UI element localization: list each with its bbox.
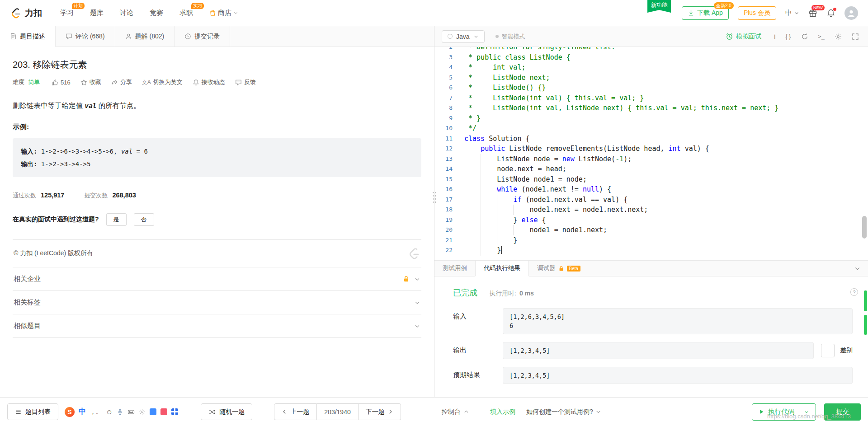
menu-item-learn[interactable]: 学习 计划 [60,9,74,17]
code-lines[interactable]: 2 * Definition for singly-linked list.3 … [434,47,868,256]
random-question-button[interactable]: 随机一题 [201,403,252,420]
line-number: 15 [434,174,464,185]
switch-language-button[interactable]: 文A 切换为英文 [142,78,183,86]
question-counter[interactable]: 203/1940 [317,403,358,420]
code-line[interactable]: 15 ListNode node1 = node; [434,174,868,185]
interview-yes-button[interactable]: 是 [106,213,127,226]
code-editor[interactable]: 2 * Definition for singly-linked list.3 … [434,47,868,260]
language-switcher[interactable]: 中 [785,9,799,17]
mock-interview-button[interactable]: 模拟面试 [726,33,761,41]
share-button[interactable]: 分享 [111,78,132,86]
example-input-value: 1->2->6->3->4->5->6, [37,148,121,155]
code-line[interactable]: 17 if (node1.next.val == val) { [434,195,868,205]
page-scrollbar-thumb[interactable] [864,315,867,335]
console-toggle[interactable]: 控制台 [442,408,469,416]
tab-debugger[interactable]: 调试器 Beta [529,261,589,276]
info-icon[interactable]: i [774,33,775,40]
smart-mode-toggle[interactable]: 智能模式 [495,33,525,41]
code-line[interactable]: 6 * ListNode() {} [434,83,868,93]
ime-keyboard-icon[interactable] [127,408,135,416]
howto-testcase-link[interactable]: 如何创建一个测试用例? [526,408,601,416]
tab-comments[interactable]: 评论 (668) [56,26,115,47]
code-line[interactable]: 19 } else { [434,215,868,225]
translate-icon: 文A [142,79,151,86]
tab-submissions[interactable]: 提交记录 [175,26,230,47]
page-scrollbar-thumb[interactable] [864,290,867,311]
code-line[interactable]: 10 */ [434,123,868,134]
favorite-button[interactable]: 收藏 [80,78,101,86]
user-avatar[interactable] [844,6,858,20]
language-select[interactable]: Java [442,30,485,43]
code-line[interactable]: 5 * ListNode next; [434,73,868,83]
diff-toggle[interactable] [821,344,835,357]
section-label: 相似题目 [14,322,41,330]
terminal-icon[interactable]: >_ [818,33,825,40]
section-similar-problems[interactable]: 相似题目 [13,314,421,338]
new-feature-ribbon[interactable]: 新功能 [647,0,671,13]
code-line[interactable]: 11class Solution { [434,134,868,144]
fill-example-button[interactable]: 填入示例 [490,408,515,416]
code-line[interactable]: 9 * } [434,113,868,124]
settings-gear-icon[interactable] [835,33,842,40]
tab-testcase[interactable]: 测试用例 [434,261,475,276]
code-line[interactable]: 20 node1 = node1.next; [434,225,868,235]
section-related-tags[interactable]: 相关标签 [13,291,421,314]
ime-lang-indicator[interactable]: 中 [79,407,86,417]
download-app-button[interactable]: 下载 App 全新2.0 [682,6,729,20]
menu-item-store[interactable]: 商店 [209,9,238,17]
code-line[interactable]: 14 node.next = head; [434,164,868,174]
code-line[interactable]: 12 public ListNode removeElements(ListNo… [434,144,868,154]
problem-list-button[interactable]: 题目列表 [7,403,58,420]
code-line[interactable]: 4 * int val; [434,62,868,73]
code-line[interactable]: 7 * ListNode(int val) { this.val = val; … [434,93,868,103]
menu-item-jobs[interactable]: 求职 实习 [179,9,193,17]
code-line[interactable]: 2 * Definition for singly-linked list. [434,47,868,52]
sogou-icon[interactable]: S [65,407,75,417]
tab-run-result[interactable]: 代码执行结果 [475,261,529,276]
interview-no-button[interactable]: 否 [134,213,154,226]
feedback-button[interactable]: 反馈 [235,78,256,86]
ime-punctuation-icon[interactable]: ，。 [90,408,102,416]
ime-mic-icon[interactable] [117,408,123,415]
collapse-panel-icon[interactable] [854,265,861,272]
code-line[interactable]: 21 } [434,235,868,246]
diff-label[interactable]: 差别 [840,346,853,355]
section-related-companies[interactable]: 相关企业 [13,267,421,291]
menu-badge-plan: 计划 [72,3,85,9]
format-code-icon[interactable]: { } [785,33,791,40]
ime-tool-icon-2[interactable] [160,408,167,415]
code-line[interactable]: 3 * public class ListNode { [434,52,868,63]
tab-description[interactable]: 题目描述 [0,26,56,47]
submit-button[interactable]: 提交 [824,403,861,421]
code-text: * ListNode(int val, ListNode next) { thi… [464,103,778,113]
reset-code-icon[interactable] [801,33,808,40]
whats-new-button[interactable]: NEW [808,9,817,18]
menu-item-contest[interactable]: 竞赛 [150,9,163,17]
ime-emoji-icon[interactable]: ☺ [106,408,113,416]
next-question-button[interactable]: 下一题 [359,403,401,420]
navbar-right: 新功能 下载 App 全新2.0 Plus 会员 中 NEW [647,0,858,26]
editor-scrollbar[interactable] [862,216,867,239]
tab-solutions[interactable]: 题解 (802) [115,26,175,47]
ime-grid-icon[interactable] [171,408,178,415]
code-line[interactable]: 8 * ListNode(int val, ListNode next) { t… [434,103,868,113]
like-button[interactable]: 516 [52,79,71,86]
leetcode-logo[interactable]: 力扣 [11,7,42,19]
ime-tool-icon-1[interactable] [150,408,156,415]
panel-resize-handle[interactable] [432,191,437,205]
code-line[interactable]: 18 node1.next = node1.next.next; [434,205,868,215]
menu-item-discuss[interactable]: 讨论 [120,9,133,17]
run-code-button[interactable]: 执行代码 [752,403,816,421]
plus-member-button[interactable]: Plus 会员 [738,6,776,20]
ime-settings-icon[interactable] [139,408,146,415]
code-line[interactable]: 22 } [434,245,868,256]
prev-question-button[interactable]: 上一题 [274,403,317,420]
notifications-button[interactable] [826,9,835,18]
help-icon[interactable]: ? [850,288,858,296]
fullscreen-icon[interactable] [852,33,859,40]
list-menu-icon [15,408,22,415]
subscribe-button[interactable]: 接收动态 [193,78,225,86]
menu-item-problems[interactable]: 题库 [90,9,104,17]
code-line[interactable]: 16 while (node1.next != null) { [434,184,868,195]
code-line[interactable]: 13 ListNode node = new ListNode(-1); [434,154,868,164]
